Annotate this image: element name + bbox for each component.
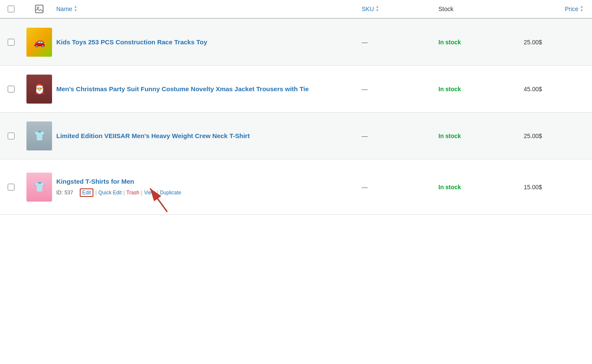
price-value-2: 45.00$ [524,86,551,92]
svg-rect-0 [35,5,43,13]
row-checkbox-col-4[interactable] [0,184,22,191]
table-header: Name ▲▼ SKU ▲▼ Stock Price ▲▼ [0,0,592,19]
row-checkbox-col-1[interactable] [0,39,22,46]
sku-col-3: — [362,133,438,139]
price-col-3: 25.00$ [524,133,592,139]
row-checkbox-col-2[interactable] [0,86,22,92]
sku-col-1: — [362,39,438,46]
duplicate-action-link[interactable]: Duplicate [160,190,181,196]
product-id-value: 537 [64,190,73,196]
sku-sort-arrows[interactable]: ▲▼ [376,5,379,13]
row-checkbox-2[interactable] [8,86,15,92]
product-name-link-4[interactable]: Kingsted T-Shirts for Men [56,178,134,185]
product-name-link-3[interactable]: Limited Edition VEIISAR Men's Heavy Weig… [56,132,250,139]
product-image-col-4: 👕 [22,173,56,202]
stock-value-2: In stock [438,86,461,92]
row-checkbox-3[interactable] [8,133,15,139]
product-image-3: 👕 [26,121,52,150]
stock-value-3: In stock [438,133,461,139]
sku-value-1: — [362,39,368,46]
table-row: 👕 Limited Edition VEIISAR Men's Heavy We… [0,113,592,159]
select-all-checkbox-col[interactable] [0,6,22,12]
product-name-link-2[interactable]: Men's Christmas Party Suit Funny Costume… [56,85,309,92]
sku-value-3: — [362,133,368,139]
separator-1: | [95,190,96,196]
name-column-header[interactable]: Name ▲▼ [56,5,362,13]
sku-value-4: — [362,184,368,191]
separator-4: | [157,190,158,196]
stock-col-2: In stock [438,86,524,92]
product-image-2: 🎅 [26,75,52,104]
product-image-1: 🚗 [26,28,52,57]
product-actions-4: ID: 537 Edit | Quick Edit | Trash | View… [56,188,357,197]
product-image-col-1: 🚗 [22,28,56,57]
price-value-4: 15.00$ [524,184,551,191]
row-checkbox-1[interactable] [8,39,15,46]
product-name-link-1[interactable]: Kids Toys 253 PCS Construction Race Trac… [56,38,207,46]
price-col-2: 45.00$ [524,86,592,92]
price-col-4: 15.00$ [524,184,592,191]
sku-column-header[interactable]: SKU ▲▼ [362,5,438,13]
select-all-checkbox[interactable] [8,6,15,12]
price-value-3: 25.00$ [524,133,551,139]
products-table: Name ▲▼ SKU ▲▼ Stock Price ▲▼ 🚗 [0,0,592,364]
svg-point-1 [37,7,39,9]
stock-col-1: In stock [438,39,524,46]
product-image-4: 👕 [26,173,52,202]
price-col-1: 25.00$ [524,39,592,46]
product-name-col-1: Kids Toys 253 PCS Construction Race Trac… [56,38,362,46]
stock-value-1: In stock [438,39,461,46]
table-row: 🚗 Kids Toys 253 PCS Construction Race Tr… [0,19,592,66]
edit-action-link[interactable]: Edit [80,188,94,197]
product-name-col-3: Limited Edition VEIISAR Men's Heavy Weig… [56,131,362,140]
quick-edit-action-link[interactable]: Quick Edit [99,190,122,196]
separator-2: | [123,190,125,196]
trash-action-link[interactable]: Trash [126,190,139,196]
price-sort-arrows[interactable]: ▲▼ [580,5,583,13]
image-icon [35,4,44,14]
stock-col-3: In stock [438,133,524,139]
row-checkbox-4[interactable] [8,184,15,191]
image-column-header [22,4,56,14]
view-action-link[interactable]: View [144,190,155,196]
sku-col-4: — [362,184,438,191]
table-row: 🎅 Men's Christmas Party Suit Funny Costu… [0,66,592,113]
sku-col-2: — [362,86,438,92]
product-image-col-3: 👕 [22,121,56,150]
product-id-label: ID: [56,190,63,196]
price-column-header[interactable]: Price ▲▼ [524,5,592,13]
product-image-col-2: 🎅 [22,75,56,104]
sku-value-2: — [362,86,368,92]
name-sort-arrows[interactable]: ▲▼ [74,5,77,13]
annotation-arrow [142,184,193,214]
stock-value-4: In stock [438,184,461,191]
product-name-col-2: Men's Christmas Party Suit Funny Costume… [56,84,362,93]
price-value-1: 25.00$ [524,39,551,46]
stock-column-header: Stock [438,6,524,12]
product-name-col-4: Kingsted T-Shirts for Men ID: 537 Edit |… [56,177,362,197]
stock-col-4: In stock [438,184,524,191]
row-checkbox-col-3[interactable] [0,133,22,139]
separator-3: | [141,190,142,196]
table-row: 👕 Kingsted T-Shirts for Men ID: 537 Edit… [0,159,592,215]
